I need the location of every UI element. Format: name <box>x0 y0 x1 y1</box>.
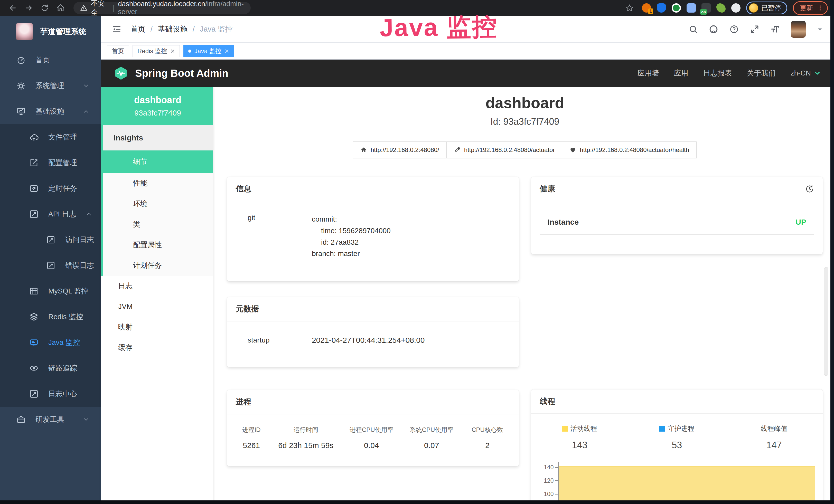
sba-instance-header[interactable]: dashboard 93a3fc7f7409 <box>103 87 213 125</box>
sba-item-jvm[interactable]: JVM <box>101 296 213 317</box>
update-browser-button[interactable]: 更新 <box>793 1 828 15</box>
extension-icon-4[interactable] <box>686 3 696 13</box>
page-id: Id: 93a3fc7f7409 <box>227 116 823 127</box>
reload-icon[interactable] <box>38 1 51 15</box>
threads-legend: 活动线程 143 守护进程 53 线程峰值 <box>531 424 823 451</box>
address-bar[interactable]: 不安全 | dashboard.yudao.iocoder.cn/infra/a… <box>73 2 251 14</box>
font-size-icon[interactable] <box>770 24 780 34</box>
sba-nav-wallboard[interactable]: 应用墙 <box>637 68 659 78</box>
extension-icon-5[interactable]: on <box>701 3 711 13</box>
profile-chip[interactable]: 已暂停 <box>746 2 787 15</box>
security-label[interactable]: 不安全 <box>91 0 109 17</box>
navbar-actions <box>688 21 823 38</box>
sidebar-item-mysql-monitor[interactable]: MySQL 监控 <box>0 278 101 304</box>
sba-nav-journal[interactable]: 日志报表 <box>703 68 732 78</box>
page-scrollbar-thumb[interactable] <box>824 267 828 376</box>
extension-icon-6[interactable] <box>716 3 726 13</box>
sba-item-environment[interactable]: 环境 <box>103 193 213 214</box>
metadata-key: startup <box>248 336 312 344</box>
sidebar-item-dev-tools[interactable]: 研发工具 <box>0 407 101 432</box>
sidebar-item-access-logs[interactable]: 访问日志 <box>0 227 101 253</box>
sidebar-item-log-center[interactable]: 日志中心 <box>0 381 101 407</box>
url-text[interactable]: dashboard.yudao.iocoder.cn/infra/admin-s… <box>118 0 244 16</box>
edit-square-icon <box>46 235 56 244</box>
user-avatar[interactable] <box>791 21 806 38</box>
sba-item-classes[interactable]: 类 <box>103 214 213 235</box>
omnibox-divider: | <box>112 4 114 12</box>
cards-grid: 信息 git commit: time: 1596289704000 id: 2… <box>227 177 823 504</box>
back-icon[interactable] <box>6 1 20 15</box>
sba-item-metrics[interactable]: 性能 <box>103 173 213 193</box>
breadcrumb-home[interactable]: 首页 <box>130 24 146 35</box>
sidebar-item-error-logs[interactable]: 错误日志 <box>0 253 101 278</box>
tab-dot <box>188 49 191 53</box>
bookmark-star-icon[interactable] <box>623 1 636 15</box>
app-logo-row: 芋道管理系统 <box>0 16 101 47</box>
sidebar-item-java-monitor[interactable]: Java 监控 <box>0 330 101 356</box>
fullscreen-icon[interactable] <box>750 24 760 34</box>
kebab-menu-icon[interactable] <box>817 5 824 11</box>
caret-down-icon[interactable] <box>816 26 823 32</box>
actuator-url-button[interactable]: http://192.168.0.2:48080/actuator <box>446 141 563 158</box>
tab-java-monitor[interactable]: Java 监控 <box>183 45 234 57</box>
health-instance-label: Instance <box>548 218 579 226</box>
help-icon[interactable] <box>729 24 739 34</box>
extension-icon-1[interactable]: 1 <box>642 3 651 13</box>
extension-icon-2[interactable] <box>657 3 666 13</box>
sba-nav-about[interactable]: 关于我们 <box>747 68 776 78</box>
card-process: 进程 进程ID 5261 运行时间 6d 23h 15m 5 <box>227 390 519 466</box>
health-url-button[interactable]: http://192.168.0.2:48080/actuator/health <box>562 141 697 158</box>
history-icon[interactable] <box>805 185 814 193</box>
sidebar-item-infrastructure[interactable]: 基础设施 <box>0 98 101 124</box>
cards-right-column: 健康 Instance UP 线程 <box>531 177 823 504</box>
threads-chart-live-area <box>559 466 815 504</box>
sba-item-details[interactable]: 细节 <box>103 151 213 173</box>
sidebar-item-home[interactable]: 首页 <box>0 47 101 73</box>
close-icon[interactable] <box>224 49 229 53</box>
extension-on-badge: on <box>700 9 707 15</box>
forward-icon[interactable] <box>22 1 36 15</box>
extension-puzzle-icon[interactable] <box>731 3 741 13</box>
instance-name: dashboard <box>134 95 181 106</box>
tab-home[interactable]: 首页 <box>107 45 129 57</box>
sidebar-item-tracing[interactable]: 链路追踪 <box>0 356 101 381</box>
sidebar-item-system-mgmt[interactable]: 系统管理 <box>0 73 101 98</box>
github-icon[interactable] <box>709 24 719 34</box>
legend-live-value: 143 <box>531 440 629 451</box>
edit-square-icon <box>46 261 56 270</box>
sba-brand[interactable]: Spring Boot Admin <box>113 66 228 81</box>
sba-item-config-props[interactable]: 配置属性 <box>103 235 213 255</box>
edit-square-icon <box>29 209 39 219</box>
sba-language-select[interactable]: zh-CN <box>791 69 821 77</box>
sidebar-item-redis-monitor[interactable]: Redis 监控 <box>0 304 101 330</box>
sba-logo-hexagon <box>113 66 128 81</box>
service-url-button[interactable]: http://192.168.0.2:48080/ <box>353 141 447 158</box>
sidebar-item-config-mgmt[interactable]: 配置管理 <box>0 150 101 176</box>
sba-item-mappings[interactable]: 映射 <box>101 317 213 337</box>
tab-redis-monitor[interactable]: Redis 监控 <box>133 45 180 57</box>
fold-sidebar-icon[interactable] <box>111 24 122 35</box>
home-icon[interactable] <box>54 1 67 15</box>
chevron-down-icon <box>83 416 89 423</box>
info-value: commit: time: 1596289704000 id: 27aa832 … <box>312 214 391 259</box>
sidebar-item-file-mgmt[interactable]: 文件管理 <box>0 124 101 150</box>
close-icon[interactable] <box>170 49 175 53</box>
sba-item-caches[interactable]: 缓存 <box>101 337 213 358</box>
sba-item-logs[interactable]: 日志 <box>101 276 213 296</box>
process-table: 进程ID 5261 运行时间 6d 23h 15m 59s <box>227 414 519 450</box>
sba-nav-applications[interactable]: 应用 <box>674 68 688 78</box>
sidebar-item-api-logs[interactable]: API 日志 <box>0 201 101 227</box>
edit-square-icon <box>29 389 39 398</box>
browser-actions: 1 on 已暂停 更新 <box>623 1 828 15</box>
breadcrumb-infrastructure[interactable]: 基础设施 <box>158 24 188 35</box>
sba-item-scheduled-tasks[interactable]: 计划任务 <box>103 255 213 276</box>
extension-icon-3[interactable] <box>672 3 681 13</box>
window-right-edge <box>830 0 834 504</box>
sidebar-item-scheduled-jobs[interactable]: 定时任务 <box>0 176 101 201</box>
legend-live-threads: 活动线程 143 <box>531 424 629 451</box>
process-col-cpus: CPU核心数 2 <box>462 426 513 450</box>
legend-daemon-threads: 守护进程 53 <box>628 424 726 451</box>
legend-swatch-yellow <box>562 426 568 432</box>
app-title: 芋道管理系统 <box>40 26 86 37</box>
search-icon[interactable] <box>688 25 698 34</box>
